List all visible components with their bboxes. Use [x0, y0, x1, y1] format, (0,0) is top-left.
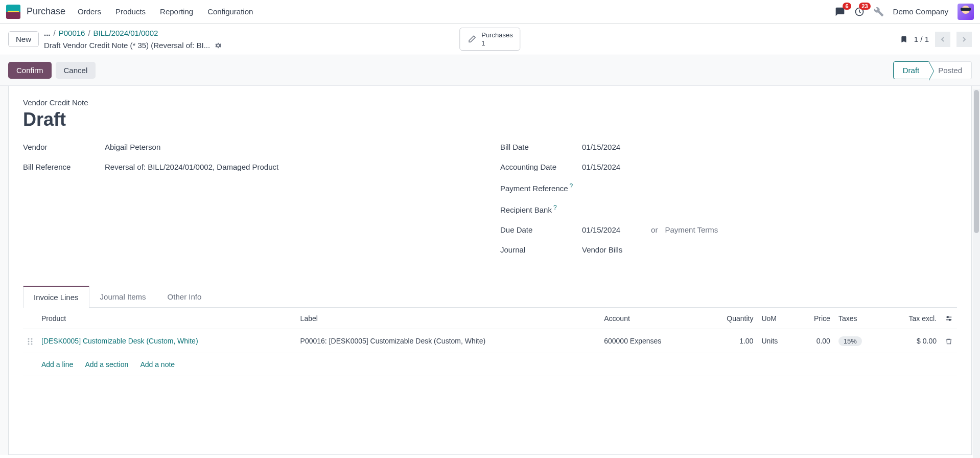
breadcrumb-area: ... / P00016 / BILL/2024/01/0002 Draft V…	[44, 29, 222, 50]
tab-invoice-lines[interactable]: Invoice Lines	[23, 286, 89, 308]
column-settings-icon[interactable]	[945, 314, 953, 322]
billdate-field[interactable]: 01/15/2024	[582, 143, 957, 151]
app-name[interactable]: Purchase	[27, 6, 65, 17]
new-button[interactable]: New	[8, 31, 39, 47]
doc-state: Draft	[23, 109, 957, 130]
status-posted[interactable]: Posted	[929, 61, 972, 79]
activity-icon[interactable]: 23	[854, 7, 865, 17]
col-taxes[interactable]: Taxes	[834, 308, 884, 329]
cell-quantity[interactable]: 1.00	[703, 329, 757, 353]
payref-row: Payment Reference?	[500, 182, 957, 193]
tab-journal-items[interactable]: Journal Items	[89, 286, 157, 308]
col-uom[interactable]: UoM	[757, 308, 796, 329]
cell-price[interactable]: 0.00	[796, 329, 834, 353]
vendor-field[interactable]: Abigail Peterson	[105, 143, 480, 151]
journal-field[interactable]: Vendor Bills	[582, 245, 957, 254]
doc-type-label: Vendor Credit Note	[23, 98, 957, 107]
stat-label: Purchases	[481, 31, 512, 39]
cell-taxexcl[interactable]: $ 0.00	[884, 329, 941, 353]
top-nav: Purchase Orders Products Reporting Confi…	[0, 0, 980, 24]
cell-account[interactable]: 600000 Expenses	[600, 329, 703, 353]
billdate-label: Bill Date	[500, 143, 582, 151]
tools-icon[interactable]	[874, 7, 884, 17]
add-note-link[interactable]: Add a note	[140, 360, 175, 369]
app-icon[interactable]	[6, 5, 20, 19]
nav-item-orders[interactable]: Orders	[78, 7, 101, 16]
journal-label: Journal	[500, 245, 582, 254]
trash-icon[interactable]	[945, 336, 952, 345]
col-taxexcl[interactable]: Tax excl.	[884, 308, 941, 329]
stat-purchases[interactable]: Purchases 1	[459, 28, 520, 51]
breadcrumb-dots[interactable]: ...	[44, 29, 51, 37]
table-row[interactable]: [DESK0005] Customizable Desk (Custom, Wh…	[23, 329, 957, 353]
bookmark-icon[interactable]	[900, 34, 908, 44]
nav-item-configuration[interactable]: Configuration	[207, 7, 253, 16]
add-line-link[interactable]: Add a line	[41, 360, 73, 369]
col-label[interactable]: Label	[296, 308, 600, 329]
form-left-col: Vendor Abigail Peterson Bill Reference R…	[23, 143, 480, 265]
duedate-label: Due Date	[500, 225, 582, 234]
subtitle-row: Draft Vendor Credit Note (* 35) (Reversa…	[44, 40, 222, 50]
acctdate-label: Accounting Date	[500, 163, 582, 171]
pager-next-button[interactable]	[956, 32, 972, 47]
form-sheet: Vendor Credit Note Draft Vendor Abigail …	[8, 86, 972, 455]
svg-point-8	[31, 340, 33, 342]
journal-row: Journal Vendor Bills	[500, 245, 957, 254]
nav-item-reporting[interactable]: Reporting	[160, 7, 193, 16]
stat-value: 1	[481, 39, 512, 48]
confirm-button[interactable]: Confirm	[8, 62, 52, 79]
nav-menu: Orders Products Reporting Configuration	[78, 7, 253, 16]
nav-item-products[interactable]: Products	[115, 7, 146, 16]
cell-uom[interactable]: Units	[757, 329, 796, 353]
form-right-col: Bill Date 01/15/2024 Accounting Date 01/…	[500, 143, 957, 265]
svg-point-7	[28, 340, 30, 342]
acctdate-field[interactable]: 01/15/2024	[582, 163, 957, 171]
svg-point-5	[28, 338, 30, 339]
nav-right: 6 23 Demo Company	[835, 4, 974, 20]
messages-icon[interactable]: 6	[835, 7, 845, 17]
help-icon[interactable]: ?	[570, 182, 573, 190]
cell-taxes[interactable]: 15%	[834, 329, 884, 353]
col-price[interactable]: Price	[796, 308, 834, 329]
billref-field[interactable]: Reversal of: BILL/2024/01/0002, Damaged …	[105, 163, 480, 171]
breadcrumb-sep: /	[88, 29, 90, 37]
pencil-icon	[467, 34, 476, 43]
form-columns: Vendor Abigail Peterson Bill Reference R…	[23, 143, 957, 265]
messages-badge: 6	[843, 3, 851, 10]
col-account[interactable]: Account	[600, 308, 703, 329]
cancel-button[interactable]: Cancel	[56, 62, 96, 79]
drag-handle-icon[interactable]	[23, 329, 37, 353]
scrollbar-track[interactable]	[973, 89, 980, 455]
content-area: Vendor Credit Note Draft Vendor Abigail …	[0, 86, 980, 455]
billref-row: Bill Reference Reversal of: BILL/2024/01…	[23, 163, 480, 171]
recbank-label: Recipient Bank?	[500, 204, 582, 214]
tab-other-info[interactable]: Other Info	[157, 286, 213, 308]
gear-icon[interactable]	[214, 40, 222, 50]
duedate-row: Due Date 01/15/2024 or Payment Terms	[500, 225, 957, 234]
add-section-link[interactable]: Add a section	[85, 360, 128, 369]
table-header-row: Product Label Account Quantity UoM Price…	[23, 308, 957, 329]
col-product[interactable]: Product	[37, 308, 296, 329]
breadcrumb-bill[interactable]: BILL/2024/01/0002	[94, 29, 158, 37]
payment-terms-field[interactable]: Payment Terms	[665, 225, 718, 234]
col-quantity[interactable]: Quantity	[703, 308, 757, 329]
cell-label[interactable]: P00016: [DESK0005] Customizable Desk (Cu…	[296, 329, 600, 353]
svg-point-9	[28, 343, 30, 345]
breadcrumb-p00016[interactable]: P00016	[59, 29, 85, 37]
control-bar: New ... / P00016 / BILL/2024/01/0002 Dra…	[0, 24, 980, 55]
scrollbar-thumb[interactable]	[974, 90, 979, 233]
duedate-field[interactable]: 01/15/2024	[582, 225, 620, 234]
svg-point-6	[31, 338, 33, 339]
help-icon[interactable]: ?	[553, 204, 557, 211]
cell-product[interactable]: [DESK0005] Customizable Desk (Custom, Wh…	[37, 329, 296, 353]
company-name[interactable]: Demo Company	[893, 7, 948, 16]
vendor-row: Vendor Abigail Peterson	[23, 143, 480, 151]
pager-prev-button[interactable]	[935, 32, 950, 47]
billref-label: Bill Reference	[23, 163, 105, 171]
avatar[interactable]	[958, 4, 974, 20]
add-row: Add a line Add a section Add a note	[23, 353, 957, 376]
pager-area: 1 / 1	[900, 32, 972, 47]
status-draft[interactable]: Draft	[893, 61, 929, 79]
payref-label: Payment Reference?	[500, 182, 582, 193]
billdate-row: Bill Date 01/15/2024	[500, 143, 957, 151]
